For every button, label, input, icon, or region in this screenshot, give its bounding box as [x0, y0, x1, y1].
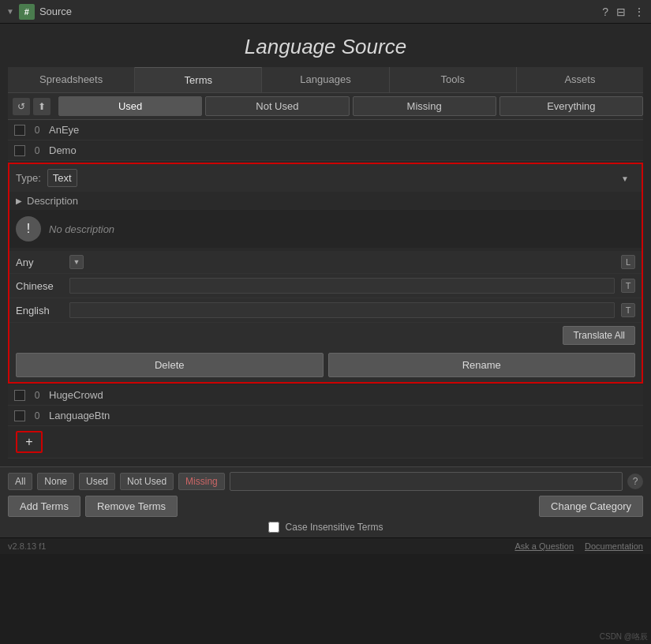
- search-input[interactable]: [230, 472, 623, 491]
- detail-panel: Type: Text ▼ ▶ Description ! No descript…: [8, 163, 643, 384]
- description-toggle[interactable]: ▶ Description: [9, 192, 642, 210]
- source-icon: #: [19, 4, 35, 20]
- tab-bar: Spreadsheets Terms Languages Tools Asset…: [8, 67, 643, 93]
- translate-all-row: Translate All: [9, 323, 642, 348]
- english-language-row: English T: [9, 298, 642, 323]
- title-bar: ▼ # Source ? ⊟ ⋮: [0, 0, 651, 24]
- collapse-triangle[interactable]: ▼: [6, 7, 14, 16]
- english-input[interactable]: [69, 302, 615, 318]
- page-title: Language Source: [8, 24, 643, 67]
- type-label: Type:: [16, 172, 41, 184]
- term-row-languagebtn[interactable]: 0 LanguageBtn: [8, 406, 643, 426]
- bottom-used-button[interactable]: Used: [79, 473, 115, 490]
- main-content: Language Source Spreadsheets Terms Langu…: [0, 24, 651, 466]
- footer-links: Ask a Question Documentation: [514, 541, 643, 551]
- window-title: Source: [39, 6, 602, 17]
- english-badge: T: [621, 303, 635, 317]
- term-checkbox-languagebtn[interactable]: [14, 410, 25, 421]
- term-checkbox-anEye[interactable]: [14, 125, 25, 136]
- case-insensitive-label: Case Insensitive Terms: [286, 522, 383, 533]
- bottom-help-icon[interactable]: ?: [627, 474, 643, 489]
- bottom-action-row: Add Terms Remove Terms Change Category: [8, 496, 643, 517]
- filter-missing-button[interactable]: Missing: [353, 96, 496, 116]
- term-name-demo: Demo: [49, 144, 77, 156]
- type-select[interactable]: Text: [47, 169, 77, 187]
- term-name-languagebtn: LanguageBtn: [49, 410, 110, 421]
- description-label: Description: [27, 195, 78, 207]
- bottom-filter-row: All None Used Not Used Missing ?: [8, 472, 643, 491]
- bottom-case-row: Case Insensitive Terms: [8, 522, 643, 533]
- chinese-input[interactable]: [69, 278, 615, 294]
- description-text: No description: [49, 223, 114, 235]
- action-row: Delete Rename: [9, 348, 642, 382]
- bottom-all-button[interactable]: All: [8, 473, 32, 490]
- english-lang-label: English: [16, 305, 63, 316]
- more-term-list: 0 HugeCrowd 0 LanguageBtn: [8, 385, 643, 426]
- add-terms-button[interactable]: Add Terms: [8, 496, 80, 517]
- add-term-button[interactable]: +: [16, 431, 43, 453]
- more-icon[interactable]: ⋮: [634, 6, 645, 18]
- type-row: Type: Text ▼: [9, 164, 642, 192]
- tab-terms[interactable]: Terms: [135, 67, 262, 92]
- help-icon[interactable]: ?: [602, 6, 608, 18]
- term-count-demo: 0: [32, 145, 43, 156]
- term-count-languagebtn: 0: [32, 410, 43, 421]
- filter-notused-button[interactable]: Not Used: [205, 96, 349, 116]
- term-list: 0 AnEye 0 Demo: [8, 120, 643, 161]
- filter-bar: ↺ ⬆ Used Not Used Missing Everything: [8, 93, 643, 120]
- filter-everything-button[interactable]: Everything: [499, 96, 643, 116]
- refresh-button[interactable]: ↺: [13, 98, 30, 115]
- filter-used-button[interactable]: Used: [58, 96, 202, 116]
- no-description-icon: !: [16, 216, 41, 242]
- change-category-button[interactable]: Change Category: [539, 496, 643, 517]
- any-dropdown-arrow[interactable]: ▼: [69, 255, 84, 269]
- tab-spreadsheets[interactable]: Spreadsheets: [8, 67, 135, 92]
- term-checkbox-hugecrowd[interactable]: [14, 390, 25, 401]
- chinese-language-row: Chinese T: [9, 274, 642, 298]
- add-term-row: +: [8, 426, 643, 459]
- rename-button[interactable]: Rename: [328, 353, 636, 377]
- bottom-missing-button[interactable]: Missing: [178, 473, 225, 490]
- filter-icons: ↺ ⬆: [8, 98, 55, 115]
- bottom-none-button[interactable]: None: [37, 473, 74, 490]
- tab-assets[interactable]: Assets: [517, 67, 643, 92]
- term-row-anEye[interactable]: 0 AnEye: [8, 120, 643, 140]
- ask-question-link[interactable]: Ask a Question: [514, 541, 574, 551]
- chinese-lang-label: Chinese: [16, 280, 63, 292]
- term-name-anEye: AnEye: [49, 124, 79, 136]
- term-row-hugecrowd[interactable]: 0 HugeCrowd: [8, 385, 643, 406]
- any-language-row: Any ▼ L: [9, 251, 642, 274]
- watermark: CSDN @咯辰: [600, 631, 648, 642]
- chinese-badge: T: [621, 279, 635, 293]
- translate-all-button[interactable]: Translate All: [563, 326, 635, 345]
- upload-button[interactable]: ⬆: [33, 98, 51, 115]
- any-lang-label: Any: [16, 256, 63, 268]
- delete-button[interactable]: Delete: [16, 353, 324, 377]
- footer: v2.8.13 f1 Ask a Question Documentation: [0, 537, 651, 554]
- tab-tools[interactable]: Tools: [390, 67, 517, 92]
- term-count-anEye: 0: [32, 125, 43, 136]
- version-label: v2.8.13 f1: [8, 541, 46, 551]
- title-actions: ? ⊟ ⋮: [602, 6, 645, 18]
- case-insensitive-checkbox[interactable]: [268, 522, 279, 533]
- term-row-demo[interactable]: 0 Demo: [8, 140, 643, 161]
- any-badge: L: [621, 255, 635, 269]
- any-dropdown[interactable]: ▼: [69, 255, 84, 269]
- term-checkbox-demo[interactable]: [14, 145, 25, 156]
- bottom-notused-button[interactable]: Not Used: [120, 473, 174, 490]
- remove-terms-button[interactable]: Remove Terms: [85, 496, 178, 517]
- type-select-wrapper: Text ▼: [47, 169, 635, 187]
- description-triangle-icon: ▶: [16, 197, 22, 205]
- select-arrow-icon: ▼: [621, 174, 629, 182]
- tab-languages[interactable]: Languages: [262, 67, 389, 92]
- term-name-hugecrowd: HugeCrowd: [49, 389, 103, 401]
- bottom-toolbar: All None Used Not Used Missing ? Add Ter…: [0, 466, 651, 537]
- sliders-icon[interactable]: ⊟: [616, 6, 626, 18]
- term-count-hugecrowd: 0: [32, 390, 43, 401]
- description-box: ! No description: [9, 210, 642, 248]
- documentation-link[interactable]: Documentation: [585, 541, 643, 551]
